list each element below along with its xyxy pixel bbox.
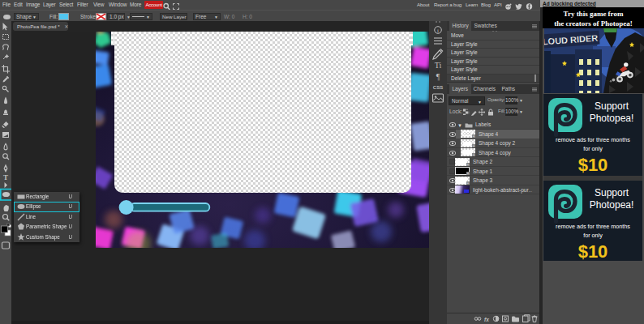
svg-text:i: i [437, 28, 439, 34]
svg-text:fx: fx [484, 317, 489, 322]
svg-text:¶: ¶ [436, 72, 440, 81]
svg-text:CSS: CSS [433, 85, 443, 90]
svg-text:T: T [3, 173, 8, 181]
svg-text:Ti: Ti [435, 61, 442, 70]
